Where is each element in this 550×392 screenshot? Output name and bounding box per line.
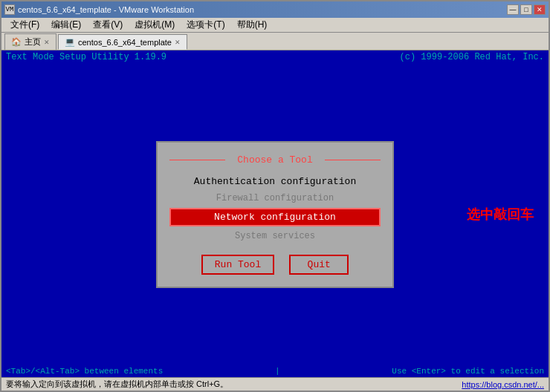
vm-bottom-line: <Tab>/<Alt-Tab> between elements | Use <… [1, 365, 549, 377]
quit-button[interactable]: Quit [289, 255, 349, 275]
maximize-button[interactable]: □ [520, 4, 532, 15]
vm-top-right: (c) 1999-2006 Red Hat, Inc. [400, 52, 544, 62]
title-bar-buttons: — □ ✕ [507, 4, 546, 15]
option-auth[interactable]: Authentication configuration [169, 174, 381, 189]
menu-vm[interactable]: 虚拟机(M) [129, 17, 181, 33]
bottom-left-text: <Tab>/<Alt-Tab> between elements [6, 367, 163, 376]
bottom-right-text: Use <Enter> to edit a selection [392, 367, 544, 376]
minimize-button[interactable]: — [507, 4, 519, 15]
title-bar-left: VM centos_6.6_x64_template - VMware Work… [4, 4, 194, 15]
menu-view[interactable]: 查看(V) [87, 17, 129, 33]
tool-dialog: Choose a Tool Authentication configurati… [156, 141, 394, 288]
title-line-left [169, 160, 225, 160]
annotation-text: 选中敲回车 [467, 206, 534, 223]
status-right: https://blog.csdn.net/... [462, 380, 544, 389]
dialog-title: Choose a Tool [169, 154, 381, 166]
tab-home-label: 主页 [25, 36, 41, 48]
menu-bar: 文件(F) 编辑(E) 查看(V) 虚拟机(M) 选项卡(T) 帮助(H) [1, 18, 549, 33]
vm-content: Choose a Tool Authentication configurati… [1, 64, 549, 365]
menu-file[interactable]: 文件(F) [4, 17, 45, 33]
dialog-buttons: Run Tool Quit [169, 255, 381, 275]
run-tool-button[interactable]: Run Tool [201, 255, 274, 275]
app-icon: VM [4, 4, 15, 15]
vm-screen[interactable]: Text Mode Setup Utility 1.19.9 (c) 1999-… [1, 50, 549, 377]
bottom-sep: | [275, 367, 280, 376]
main-window: VM centos_6.6_x64_template - VMware Work… [0, 0, 550, 392]
tab-vm[interactable]: 💻 centos_6.6_x64_template ✕ [58, 34, 187, 50]
vm-top-left: Text Mode Setup Utility 1.19.9 [6, 52, 166, 62]
status-left: 要将输入定向到该虚拟机，请在虚拟机内部单击或按 Ctrl+G。 [6, 379, 228, 390]
tab-bar: 🏠 主页 ✕ 💻 centos_6.6_x64_template ✕ [1, 33, 549, 50]
window-title: centos_6.6_x64_template - VMware Worksta… [18, 5, 194, 14]
home-icon: 🏠 [11, 37, 22, 47]
menu-edit[interactable]: 编辑(E) [45, 17, 87, 33]
tab-home[interactable]: 🏠 主页 ✕ [4, 33, 56, 50]
vm-top-line: Text Mode Setup Utility 1.19.9 (c) 1999-… [1, 50, 549, 64]
option-network[interactable]: Network configuration [169, 208, 381, 226]
option-system[interactable]: System services [169, 229, 381, 243]
tab-home-close[interactable]: ✕ [44, 39, 50, 46]
vm-icon: 💻 [65, 37, 75, 47]
option-firewall[interactable]: Firewall configuration [169, 192, 381, 205]
tab-vm-label: centos_6.6_x64_template [78, 38, 172, 47]
menu-options: Authentication configuration Firewall co… [169, 174, 381, 243]
dialog-title-text: Choose a Tool [237, 154, 312, 166]
close-button[interactable]: ✕ [534, 4, 546, 15]
title-bar: VM centos_6.6_x64_template - VMware Work… [1, 1, 549, 18]
menu-help[interactable]: 帮助(H) [231, 17, 274, 33]
title-line-right [325, 160, 381, 160]
status-bar: 要将输入定向到该虚拟机，请在虚拟机内部单击或按 Ctrl+G。 https://… [1, 377, 549, 391]
menu-tabs[interactable]: 选项卡(T) [181, 17, 230, 33]
tab-vm-close[interactable]: ✕ [175, 39, 181, 46]
